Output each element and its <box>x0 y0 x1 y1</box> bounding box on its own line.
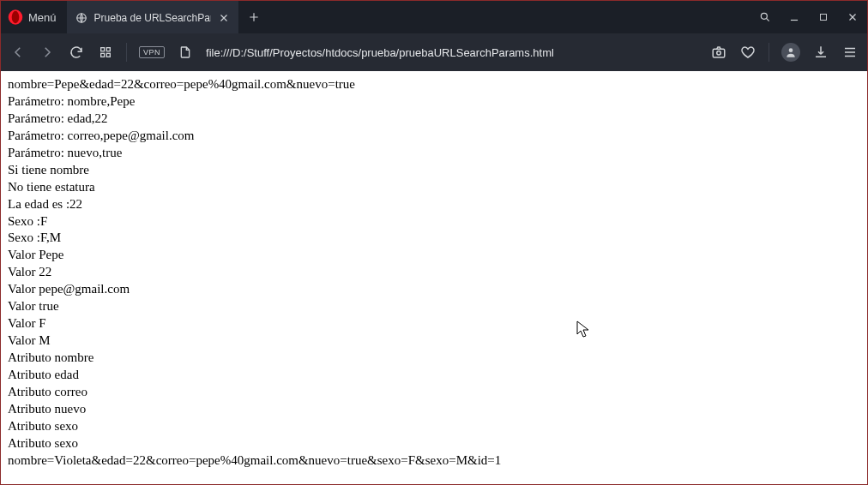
output-line: Atributo nuevo <box>8 401 860 418</box>
output-line: Valor pepe@gmail.com <box>8 281 860 298</box>
maximize-button[interactable] <box>809 1 838 33</box>
svg-rect-7 <box>101 53 105 57</box>
new-tab-button[interactable] <box>238 1 269 33</box>
svg-point-3 <box>761 13 767 19</box>
reload-icon <box>69 45 84 60</box>
chevron-right-icon <box>39 45 55 60</box>
output-line: Atributo correo <box>8 384 860 401</box>
output-line: nombre=Pepe&edad=22&correo=pepe%40gmail.… <box>8 76 860 93</box>
output-line: Parámetro: edad,22 <box>8 111 860 128</box>
output-line: Atributo edad <box>8 367 860 384</box>
tab-title: Prueba de URLSearchParam <box>94 12 211 24</box>
output-line: Parámetro: nombre,Pepe <box>8 93 860 111</box>
profile-button[interactable] <box>781 43 800 62</box>
close-window-button[interactable] <box>838 1 867 33</box>
grid-icon <box>99 45 112 59</box>
output-line: Valor 22 <box>8 264 860 281</box>
menu-label: Menú <box>28 11 57 24</box>
svg-rect-9 <box>713 49 725 57</box>
camera-icon <box>711 45 726 60</box>
minimize-button[interactable] <box>780 1 809 33</box>
titlebar-drag-area[interactable] <box>269 1 750 33</box>
bookmark-button[interactable] <box>739 44 756 61</box>
output-line: Valor Pepe <box>8 247 860 264</box>
output-line: La edad es :22 <box>8 196 860 213</box>
output-line: Valor F <box>8 315 860 332</box>
output-line: Sexo :F <box>8 213 860 231</box>
user-icon <box>785 46 797 58</box>
back-button[interactable] <box>9 44 27 61</box>
toolbar-right <box>710 43 859 62</box>
window-controls <box>750 1 867 33</box>
output-line: Sexo :F,M <box>8 230 860 247</box>
svg-point-11 <box>789 48 793 52</box>
output-line: Parámetro: nuevo,true <box>8 145 860 162</box>
address-bar: VPN file:///D:/Stuff/Proyectos/htdocs/pr… <box>1 33 867 71</box>
separator <box>769 43 769 62</box>
opera-logo-icon <box>8 9 23 25</box>
output-line: Atributo sexo <box>8 418 860 435</box>
globe-icon <box>75 12 87 24</box>
vpn-badge[interactable]: VPN <box>139 46 165 58</box>
chevron-left-icon <box>10 45 26 60</box>
snapshot-button[interactable] <box>710 44 727 61</box>
plus-icon <box>248 11 260 23</box>
search-icon <box>759 11 771 23</box>
sliders-icon <box>842 45 858 60</box>
browser-tab[interactable]: Prueba de URLSearchParam <box>67 1 238 33</box>
heart-icon <box>740 45 756 60</box>
titlebar: Menú Prueba de URLSearchParam <box>1 1 867 33</box>
menu-button[interactable]: Menú <box>1 1 67 33</box>
maximize-icon <box>817 11 829 23</box>
download-icon <box>813 45 829 60</box>
separator <box>126 43 127 62</box>
downloads-button[interactable] <box>812 44 829 61</box>
search-button[interactable] <box>750 1 780 33</box>
speed-dial-button[interactable] <box>97 44 114 61</box>
svg-rect-5 <box>101 48 105 51</box>
svg-rect-4 <box>821 15 827 21</box>
output-line: Valor true <box>8 298 860 315</box>
minimize-icon <box>788 11 800 23</box>
site-info-button[interactable] <box>177 44 194 61</box>
svg-rect-6 <box>106 48 110 51</box>
file-icon <box>178 45 192 59</box>
output-line: Si tiene nombre <box>8 162 860 179</box>
reload-button[interactable] <box>68 44 85 61</box>
output-line: No tiene estatura <box>8 179 860 196</box>
svg-rect-8 <box>106 53 110 57</box>
svg-point-10 <box>717 51 721 56</box>
forward-button[interactable] <box>39 44 56 61</box>
output-line: Valor M <box>8 332 860 350</box>
easy-setup-button[interactable] <box>841 44 859 61</box>
page-content: nombre=Pepe&edad=22&correo=pepe%40gmail.… <box>1 71 867 484</box>
url-field[interactable]: file:///D:/Stuff/Proyectos/htdocs/prueba… <box>206 46 698 59</box>
close-icon <box>847 11 859 23</box>
output-line: Atributo sexo <box>8 435 860 452</box>
output-line: nombre=Violeta&edad=22&correo=pepe%40gma… <box>8 452 860 470</box>
output-line: Atributo nombre <box>8 350 860 367</box>
output-line: Parámetro: correo,pepe@gmail.com <box>8 128 860 145</box>
svg-point-1 <box>12 11 20 23</box>
close-tab-icon[interactable] <box>218 12 230 24</box>
